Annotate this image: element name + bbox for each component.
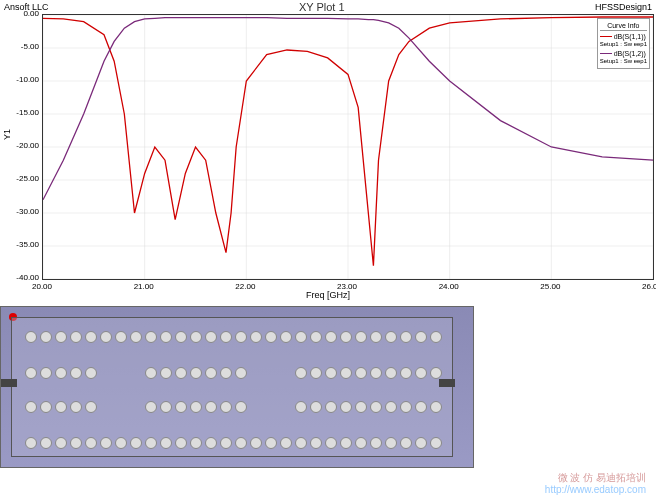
via-icon (160, 367, 172, 379)
via-icon (295, 367, 307, 379)
x-tick-label: 26.00 (637, 282, 656, 291)
via-icon (205, 367, 217, 379)
via-icon (370, 331, 382, 343)
via-icon (295, 401, 307, 413)
y-tick-label: 0.00 (9, 9, 39, 18)
via-icon (385, 367, 397, 379)
via-icon (175, 401, 187, 413)
via-icon (385, 401, 397, 413)
x-tick-label: 23.00 (332, 282, 362, 291)
via-icon (205, 331, 217, 343)
via-icon (70, 331, 82, 343)
via-icon (70, 401, 82, 413)
via-icon (40, 331, 52, 343)
via-icon (25, 437, 37, 449)
port-right (439, 379, 455, 387)
via-icon (295, 437, 307, 449)
legend-item: dB(S(1,1)) (600, 32, 647, 41)
y-tick-label: -40.00 (9, 273, 39, 282)
x-tick-label: 21.00 (129, 282, 159, 291)
via-icon (325, 331, 337, 343)
via-icon (25, 367, 37, 379)
model-3d-view[interactable] (0, 306, 474, 468)
via-icon (145, 367, 157, 379)
via-icon (190, 401, 202, 413)
via-icon (85, 367, 97, 379)
via-icon (190, 331, 202, 343)
via-icon (130, 331, 142, 343)
via-icon (250, 437, 262, 449)
via-icon (415, 367, 427, 379)
via-icon (265, 331, 277, 343)
via-icon (100, 331, 112, 343)
via-icon (340, 331, 352, 343)
via-icon (430, 367, 442, 379)
via-icon (220, 331, 232, 343)
title-bar: Ansoft LLC XY Plot 1 HFSSDesign1 (0, 0, 656, 14)
y-axis-label: Y1 (2, 129, 12, 140)
via-icon (310, 401, 322, 413)
y-tick-label: -10.00 (9, 75, 39, 84)
via-icon (55, 331, 67, 343)
via-icon (325, 401, 337, 413)
via-icon (85, 437, 97, 449)
plot-title: XY Plot 1 (299, 1, 345, 13)
via-icon (295, 331, 307, 343)
via-icon (340, 401, 352, 413)
via-icon (310, 437, 322, 449)
plot-area (42, 14, 652, 278)
x-tick-label: 25.00 (535, 282, 565, 291)
via-icon (355, 401, 367, 413)
via-icon (280, 437, 292, 449)
via-icon (145, 401, 157, 413)
via-icon (400, 401, 412, 413)
legend-title: Curve Info (600, 21, 647, 31)
via-icon (310, 367, 322, 379)
via-icon (370, 437, 382, 449)
y-tick-label: -5.00 (9, 42, 39, 51)
via-icon (190, 437, 202, 449)
via-icon (235, 437, 247, 449)
via-icon (205, 437, 217, 449)
via-icon (235, 331, 247, 343)
via-icon (85, 401, 97, 413)
via-icon (220, 367, 232, 379)
plot-svg (43, 15, 653, 279)
via-icon (235, 401, 247, 413)
via-icon (250, 331, 262, 343)
via-icon (175, 367, 187, 379)
via-icon (145, 331, 157, 343)
via-icon (385, 437, 397, 449)
via-icon (115, 331, 127, 343)
legend-sub: Setup1 : Sw eep1 (600, 58, 647, 66)
design-label: HFSSDesign1 (595, 2, 652, 12)
via-icon (55, 401, 67, 413)
via-icon (370, 401, 382, 413)
via-icon (175, 331, 187, 343)
legend-item: dB(S(1,2)) (600, 49, 647, 58)
via-icon (205, 401, 217, 413)
legend-box: Curve Info dB(S(1,1))Setup1 : Sw eep1dB(… (597, 18, 650, 69)
via-icon (115, 437, 127, 449)
via-icon (430, 437, 442, 449)
via-icon (70, 437, 82, 449)
via-icon (355, 331, 367, 343)
via-icon (40, 367, 52, 379)
port-left (1, 379, 17, 387)
via-icon (355, 437, 367, 449)
y-tick-label: -30.00 (9, 207, 39, 216)
legend-sub: Setup1 : Sw eep1 (600, 41, 647, 49)
via-icon (325, 437, 337, 449)
via-icon (160, 437, 172, 449)
via-icon (220, 437, 232, 449)
via-icon (415, 401, 427, 413)
via-icon (25, 401, 37, 413)
via-icon (130, 437, 142, 449)
via-icon (355, 367, 367, 379)
via-icon (160, 331, 172, 343)
x-tick-label: 20.00 (27, 282, 57, 291)
plot-background (42, 14, 654, 280)
via-icon (400, 367, 412, 379)
via-icon (415, 437, 427, 449)
via-icon (325, 367, 337, 379)
